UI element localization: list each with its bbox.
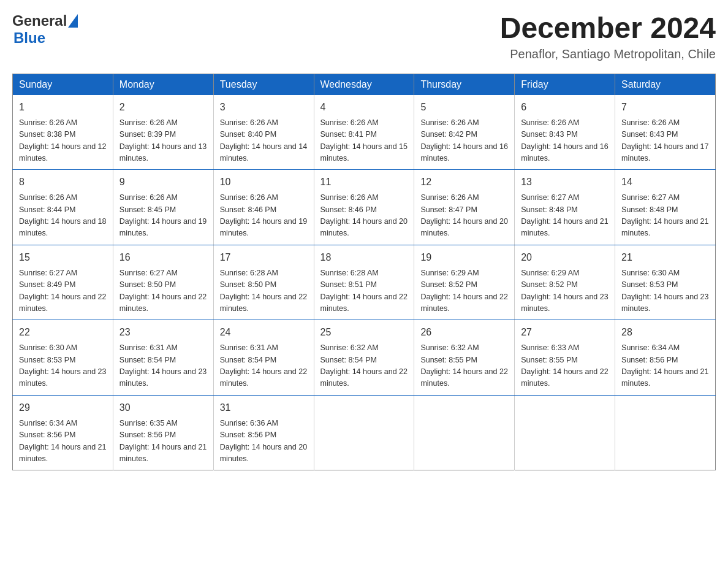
sunrise-label: Sunrise: 6:26 AM	[320, 193, 379, 202]
day-number: 1	[19, 100, 107, 115]
calendar-header-row: SundayMondayTuesdayWednesdayThursdayFrid…	[13, 74, 716, 95]
day-number: 31	[220, 400, 308, 415]
daylight-label: Daylight: 14 hours and 21 minutes.	[621, 367, 708, 388]
logo: General Blue	[12, 12, 78, 47]
sunset-label: Sunset: 8:54 PM	[119, 356, 176, 364]
day-info: Sunrise: 6:27 AM Sunset: 8:48 PM Dayligh…	[621, 192, 709, 240]
daylight-label: Daylight: 14 hours and 22 minutes.	[19, 293, 106, 313]
calendar-cell: 6 Sunrise: 6:26 AM Sunset: 8:43 PM Dayli…	[515, 95, 615, 170]
day-info: Sunrise: 6:34 AM Sunset: 8:56 PM Dayligh…	[19, 418, 107, 465]
daylight-label: Daylight: 14 hours and 16 minutes.	[521, 142, 608, 163]
day-info: Sunrise: 6:29 AM Sunset: 8:52 PM Dayligh…	[420, 267, 508, 315]
sunset-label: Sunset: 8:48 PM	[521, 205, 577, 214]
day-info: Sunrise: 6:26 AM Sunset: 8:41 PM Dayligh…	[320, 117, 408, 165]
day-number: 11	[320, 175, 408, 190]
logo-triangle-icon	[68, 14, 78, 28]
sunset-label: Sunset: 8:43 PM	[521, 130, 577, 139]
daylight-label: Daylight: 14 hours and 23 minutes.	[19, 367, 106, 388]
sunrise-label: Sunrise: 6:27 AM	[119, 269, 178, 277]
day-info: Sunrise: 6:34 AM Sunset: 8:56 PM Dayligh…	[621, 342, 709, 390]
day-info: Sunrise: 6:26 AM Sunset: 8:46 PM Dayligh…	[220, 192, 308, 240]
calendar-cell: 30 Sunrise: 6:35 AM Sunset: 8:56 PM Dayl…	[113, 395, 213, 470]
calendar-cell: 13 Sunrise: 6:27 AM Sunset: 8:48 PM Dayl…	[515, 170, 615, 245]
sunset-label: Sunset: 8:56 PM	[621, 356, 678, 364]
calendar-cell: 14 Sunrise: 6:27 AM Sunset: 8:48 PM Dayl…	[615, 170, 716, 245]
day-number: 6	[521, 100, 609, 115]
day-number: 29	[19, 400, 107, 415]
calendar-table: SundayMondayTuesdayWednesdayThursdayFrid…	[12, 74, 716, 471]
day-number: 21	[621, 250, 709, 265]
calendar-cell	[414, 395, 515, 470]
calendar-cell: 23 Sunrise: 6:31 AM Sunset: 8:54 PM Dayl…	[113, 320, 213, 396]
sunrise-label: Sunrise: 6:27 AM	[621, 193, 680, 202]
sunset-label: Sunset: 8:50 PM	[220, 280, 276, 289]
day-info: Sunrise: 6:27 AM Sunset: 8:48 PM Dayligh…	[521, 192, 609, 240]
page-header: General Blue December 2024 Penaflor, San…	[12, 12, 716, 61]
sunrise-label: Sunrise: 6:26 AM	[220, 193, 278, 202]
day-info: Sunrise: 6:30 AM Sunset: 8:53 PM Dayligh…	[621, 267, 709, 315]
sunrise-label: Sunrise: 6:28 AM	[320, 269, 379, 277]
calendar-cell: 15 Sunrise: 6:27 AM Sunset: 8:49 PM Dayl…	[13, 245, 113, 320]
sunrise-label: Sunrise: 6:32 AM	[420, 343, 479, 352]
day-number: 22	[19, 325, 107, 340]
day-number: 17	[220, 250, 308, 265]
daylight-label: Daylight: 14 hours and 22 minutes.	[320, 367, 408, 388]
day-info: Sunrise: 6:29 AM Sunset: 8:52 PM Dayligh…	[521, 267, 609, 315]
daylight-label: Daylight: 14 hours and 22 minutes.	[420, 293, 507, 313]
sunrise-label: Sunrise: 6:26 AM	[119, 193, 178, 202]
calendar-cell	[314, 395, 414, 470]
sunset-label: Sunset: 8:56 PM	[119, 431, 176, 439]
day-header-saturday: Saturday	[615, 74, 716, 95]
day-number: 30	[119, 400, 207, 415]
day-number: 3	[220, 100, 308, 115]
calendar-cell: 24 Sunrise: 6:31 AM Sunset: 8:54 PM Dayl…	[213, 320, 314, 396]
calendar-cell: 18 Sunrise: 6:28 AM Sunset: 8:51 PM Dayl…	[314, 245, 414, 320]
daylight-label: Daylight: 14 hours and 12 minutes.	[19, 142, 106, 163]
sunset-label: Sunset: 8:55 PM	[420, 356, 477, 364]
sunrise-label: Sunrise: 6:26 AM	[621, 118, 680, 127]
daylight-label: Daylight: 14 hours and 22 minutes.	[220, 293, 307, 313]
sunset-label: Sunset: 8:54 PM	[320, 356, 377, 364]
sunset-label: Sunset: 8:53 PM	[621, 280, 678, 289]
sunset-label: Sunset: 8:47 PM	[420, 205, 477, 214]
sunset-label: Sunset: 8:49 PM	[19, 280, 75, 289]
day-info: Sunrise: 6:26 AM Sunset: 8:43 PM Dayligh…	[521, 117, 609, 165]
sunrise-label: Sunrise: 6:29 AM	[420, 269, 479, 277]
day-info: Sunrise: 6:30 AM Sunset: 8:53 PM Dayligh…	[19, 342, 107, 390]
day-number: 18	[320, 250, 408, 265]
day-info: Sunrise: 6:27 AM Sunset: 8:49 PM Dayligh…	[19, 267, 107, 315]
sunrise-label: Sunrise: 6:34 AM	[19, 419, 77, 427]
day-number: 26	[420, 325, 508, 340]
sunset-label: Sunset: 8:51 PM	[320, 280, 377, 289]
day-info: Sunrise: 6:26 AM Sunset: 8:46 PM Dayligh…	[320, 192, 408, 240]
daylight-label: Daylight: 14 hours and 18 minutes.	[19, 217, 106, 237]
calendar-cell: 8 Sunrise: 6:26 AM Sunset: 8:44 PM Dayli…	[13, 170, 113, 245]
day-info: Sunrise: 6:36 AM Sunset: 8:56 PM Dayligh…	[220, 418, 308, 465]
sunset-label: Sunset: 8:39 PM	[119, 130, 176, 139]
day-info: Sunrise: 6:26 AM Sunset: 8:39 PM Dayligh…	[119, 117, 207, 165]
sunset-label: Sunset: 8:43 PM	[621, 130, 678, 139]
calendar-cell: 12 Sunrise: 6:26 AM Sunset: 8:47 PM Dayl…	[414, 170, 515, 245]
daylight-label: Daylight: 14 hours and 20 minutes.	[320, 217, 408, 237]
day-info: Sunrise: 6:26 AM Sunset: 8:40 PM Dayligh…	[220, 117, 308, 165]
sunrise-label: Sunrise: 6:33 AM	[521, 343, 579, 352]
daylight-label: Daylight: 14 hours and 23 minutes.	[119, 367, 207, 388]
calendar-week-row: 1 Sunrise: 6:26 AM Sunset: 8:38 PM Dayli…	[13, 95, 716, 170]
daylight-label: Daylight: 14 hours and 22 minutes.	[220, 367, 307, 388]
sunrise-label: Sunrise: 6:27 AM	[19, 269, 77, 277]
day-number: 2	[119, 100, 207, 115]
day-header-monday: Monday	[113, 74, 213, 95]
sunrise-label: Sunrise: 6:34 AM	[621, 343, 680, 352]
sunrise-label: Sunrise: 6:30 AM	[621, 269, 680, 277]
day-info: Sunrise: 6:26 AM Sunset: 8:45 PM Dayligh…	[119, 192, 207, 240]
calendar-week-row: 8 Sunrise: 6:26 AM Sunset: 8:44 PM Dayli…	[13, 170, 716, 245]
sunset-label: Sunset: 8:52 PM	[521, 280, 577, 289]
calendar-cell: 7 Sunrise: 6:26 AM Sunset: 8:43 PM Dayli…	[615, 95, 716, 170]
day-info: Sunrise: 6:26 AM Sunset: 8:42 PM Dayligh…	[420, 117, 508, 165]
calendar-week-row: 29 Sunrise: 6:34 AM Sunset: 8:56 PM Dayl…	[13, 395, 716, 470]
sunrise-label: Sunrise: 6:26 AM	[19, 118, 77, 127]
sunset-label: Sunset: 8:53 PM	[19, 356, 75, 364]
day-number: 10	[220, 175, 308, 190]
calendar-cell: 3 Sunrise: 6:26 AM Sunset: 8:40 PM Dayli…	[213, 95, 314, 170]
sunrise-label: Sunrise: 6:35 AM	[119, 419, 178, 427]
